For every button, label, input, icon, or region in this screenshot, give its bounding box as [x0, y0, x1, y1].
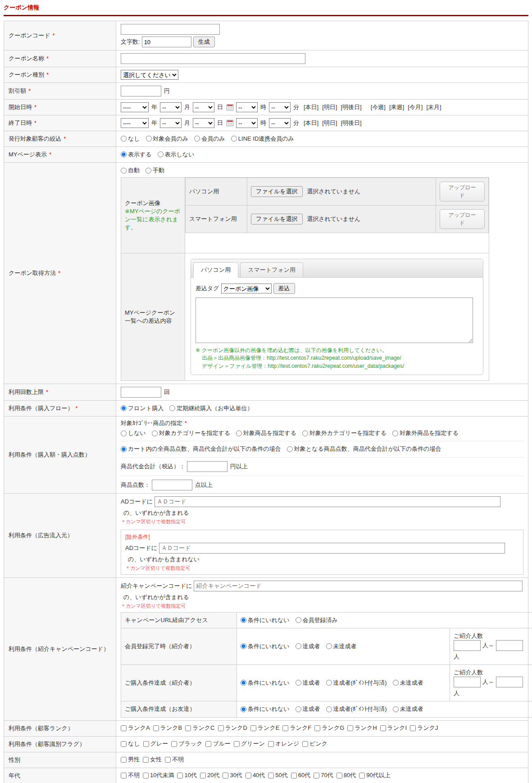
- calendar-icon[interactable]: [227, 104, 233, 110]
- quick-link-tomorrow[interactable]: [明日]: [322, 103, 337, 111]
- gender-checkbox-group-option-0[interactable]: 男性: [121, 756, 140, 764]
- upload-button-smartphone[interactable]: アップロード: [440, 209, 485, 229]
- start-hour-select[interactable]: --: [236, 102, 258, 112]
- target-customer-radio-group-option-1[interactable]: 対象会員のみ: [146, 135, 189, 143]
- coupon-code-input[interactable]: [121, 24, 220, 35]
- age-checkbox-group-option-7[interactable]: 60代: [291, 771, 310, 779]
- category-spec-radio-group-option-1[interactable]: 対象カテゴリーを指定する: [152, 429, 230, 437]
- register-complete-radio-group-option-0[interactable]: 条件にいれない: [241, 642, 290, 650]
- checkbox-input[interactable]: [153, 725, 159, 731]
- radio-input[interactable]: [287, 446, 293, 452]
- coupon-name-input[interactable]: [121, 53, 305, 64]
- checkbox-input[interactable]: [165, 757, 171, 763]
- checkbox-input[interactable]: [291, 773, 297, 778]
- checkbox-input[interactable]: [268, 773, 274, 778]
- radio-input[interactable]: [146, 136, 152, 142]
- generate-button[interactable]: 生成: [193, 37, 215, 47]
- age-checkbox-group-option-0[interactable]: 不明: [121, 771, 140, 779]
- radio-input[interactable]: [241, 680, 246, 686]
- purchase-friend-radio-group-option-3[interactable]: 未達成者: [393, 705, 423, 713]
- target-customer-radio-group-option-3[interactable]: LINE ID連携会員のみ: [231, 135, 294, 143]
- usage-limit-input[interactable]: [121, 387, 161, 398]
- end-hour-select[interactable]: --: [236, 118, 258, 128]
- target-customer-radio-group-option-2[interactable]: 会員のみ: [194, 135, 225, 143]
- radio-input[interactable]: [158, 151, 164, 157]
- referral-count-min-input[interactable]: [454, 677, 481, 687]
- quick-link-tomorrow[interactable]: [明日]: [322, 119, 337, 127]
- flag-checkbox-group-option-2[interactable]: ブラック: [171, 740, 202, 748]
- category-spec-radio-group-option-0[interactable]: しない: [121, 429, 146, 437]
- checkbox-input[interactable]: [121, 773, 127, 778]
- gender-checkbox-group-option-1[interactable]: 女性: [143, 756, 162, 764]
- flag-checkbox-group-option-4[interactable]: グリーン: [234, 740, 265, 748]
- radio-input[interactable]: [241, 617, 246, 623]
- referral-count-max-input[interactable]: [496, 677, 523, 687]
- checkbox-input[interactable]: [121, 757, 127, 763]
- usage-flow-radio-group-option-0[interactable]: フロント購入: [121, 404, 164, 412]
- rank-checkbox-group-option-9[interactable]: ランクJ: [410, 724, 438, 732]
- rank-checkbox-group-option-1[interactable]: ランクB: [153, 724, 182, 732]
- category-spec-radio-group-option-2[interactable]: 対象商品を指定する: [236, 429, 296, 437]
- quick-link-this-month[interactable]: [今月]: [408, 103, 423, 111]
- radio-input[interactable]: [393, 680, 399, 686]
- category-spec-radio-group-option-4[interactable]: 対象外商品を指定する: [392, 429, 459, 437]
- merge-tag-select[interactable]: クーポン画像: [221, 284, 272, 293]
- start-minute-select[interactable]: --: [269, 102, 291, 112]
- checkbox-input[interactable]: [314, 725, 320, 731]
- checkbox-input[interactable]: [171, 741, 177, 747]
- radio-input[interactable]: [393, 706, 399, 712]
- merge-button[interactable]: 差込: [273, 283, 295, 294]
- upload-button-pc[interactable]: アップロード: [440, 182, 485, 201]
- checkbox-input[interactable]: [143, 773, 149, 778]
- checkbox-input[interactable]: [143, 741, 149, 747]
- quick-link-this-week[interactable]: [今週]: [371, 103, 386, 111]
- checkbox-input[interactable]: [246, 773, 251, 778]
- radio-input[interactable]: [146, 168, 151, 174]
- quick-link-day-after[interactable]: [明後日]: [341, 103, 361, 111]
- charcount-input[interactable]: [142, 37, 191, 47]
- checkbox-input[interactable]: [314, 773, 319, 778]
- radio-input[interactable]: [296, 643, 301, 649]
- radio-input[interactable]: [296, 706, 301, 712]
- usage-flow-radio-group-option-1[interactable]: 定期継続購入（お申込単位）: [169, 404, 253, 412]
- radio-input[interactable]: [121, 168, 127, 174]
- radio-input[interactable]: [326, 706, 332, 712]
- radio-input[interactable]: [121, 430, 127, 436]
- checkbox-input[interactable]: [218, 725, 224, 731]
- start-month-select[interactable]: --: [160, 102, 182, 112]
- flag-checkbox-group-option-5[interactable]: オレンジ: [268, 740, 299, 748]
- rank-checkbox-group-option-0[interactable]: ランクA: [121, 724, 150, 732]
- checkbox-input[interactable]: [347, 725, 353, 731]
- campaign-url-access-radio-group-option-0[interactable]: 条件にいれない: [241, 616, 290, 624]
- age-checkbox-group-option-9[interactable]: 80代: [336, 771, 356, 779]
- quick-link-next-week[interactable]: [来週]: [389, 103, 404, 111]
- campaign-code-input[interactable]: [194, 581, 523, 591]
- checkbox-input[interactable]: [250, 725, 256, 731]
- age-checkbox-group-option-10[interactable]: 90代以上: [359, 771, 390, 779]
- end-month-select[interactable]: --: [160, 118, 182, 128]
- checkbox-input[interactable]: [380, 725, 386, 731]
- rank-checkbox-group-option-5[interactable]: ランクF: [282, 724, 311, 732]
- coupon-type-select[interactable]: 選択してください: [121, 70, 178, 80]
- quick-link-month-end[interactable]: [末月]: [426, 103, 441, 111]
- purchase-referrer-radio-group-option-3[interactable]: 未達成者: [393, 679, 423, 687]
- checkbox-input[interactable]: [121, 741, 127, 747]
- age-checkbox-group-option-4[interactable]: 30代: [223, 771, 242, 779]
- radio-input[interactable]: [236, 430, 242, 436]
- ad-code-exclude-input[interactable]: [159, 543, 505, 554]
- rank-checkbox-group-option-3[interactable]: ランクD: [218, 724, 247, 732]
- radio-input[interactable]: [121, 151, 127, 157]
- purchase-friend-radio-group-option-0[interactable]: 条件にいれない: [241, 705, 290, 713]
- radio-input[interactable]: [241, 706, 246, 712]
- radio-input[interactable]: [169, 405, 175, 411]
- age-checkbox-group-option-3[interactable]: 20代: [200, 771, 219, 779]
- purchase-friend-radio-group-option-2[interactable]: 達成者(ﾎﾟｲﾝﾄ付与済): [326, 705, 387, 713]
- checkbox-input[interactable]: [336, 773, 342, 778]
- tab-pc[interactable]: パソコン用: [193, 262, 238, 278]
- quick-link-day-after[interactable]: [明後日]: [341, 119, 361, 127]
- mypage-display-radio-group-option-1[interactable]: 表示しない: [158, 151, 195, 159]
- checkbox-input[interactable]: [282, 725, 288, 731]
- purchase-referrer-radio-group-option-1[interactable]: 達成者: [296, 679, 320, 687]
- campaign-url-access-radio-group-option-1[interactable]: 会員登録済み: [296, 616, 338, 624]
- end-minute-select[interactable]: --: [269, 118, 291, 128]
